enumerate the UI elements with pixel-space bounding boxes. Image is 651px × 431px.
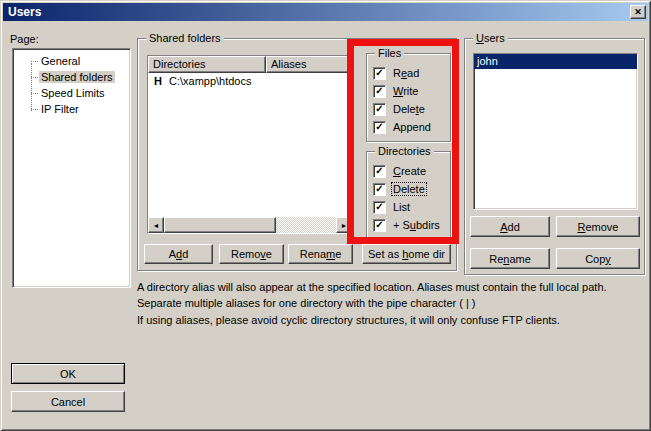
directory-list-body: H C:\xampp\htdocs [148, 73, 352, 217]
files-legend: Files [375, 47, 404, 60]
dirs-subdirs-row: ✓ + Subdirs [373, 216, 450, 234]
page-label: Page: [10, 33, 39, 45]
rename-directory-button[interactable]: Rename [288, 244, 353, 264]
files-append-row: ✓ Append [373, 118, 450, 136]
files-delete-row: ✓ Delete [373, 100, 450, 118]
files-write-row: ✓ Write [373, 82, 450, 100]
check-icon: ✓ [375, 68, 383, 78]
files-read-row: ✓ Read [373, 64, 450, 82]
remove-directory-button[interactable]: Remove [219, 244, 284, 264]
shared-folders-legend: Shared folders [146, 32, 224, 45]
cancel-button[interactable]: Cancel [11, 391, 125, 412]
checkbox-subdirs[interactable]: ✓ [373, 219, 386, 232]
scrollbar-track[interactable] [164, 217, 336, 233]
directories-permissions-group: Directories ✓ Create ✓ Delete ✓ List ✓ +… [366, 151, 451, 239]
checkbox-create[interactable]: ✓ [373, 165, 386, 178]
tree-item-shared-folders[interactable]: Shared folders [13, 69, 130, 85]
check-icon: ✓ [375, 122, 383, 132]
user-item-john[interactable]: john [474, 54, 637, 69]
checkbox-append[interactable]: ✓ [373, 121, 386, 134]
directory-path: C:\xampp\htdocs [169, 73, 252, 89]
tree-item-general[interactable]: General [13, 53, 130, 69]
users-rename-button[interactable]: Rename [470, 248, 550, 269]
check-icon: ✓ [375, 104, 383, 114]
scrollbar-thumb[interactable] [164, 217, 276, 233]
checkbox-list[interactable]: ✓ [373, 201, 386, 214]
users-remove-button[interactable]: Remove [556, 216, 640, 237]
checkbox-write[interactable]: ✓ [373, 85, 386, 98]
scroll-left-button[interactable]: ◄ [148, 217, 164, 233]
checkbox-write-label[interactable]: Write [392, 85, 419, 97]
column-header-directories[interactable]: Directories [148, 56, 266, 73]
h-scrollbar: ◄ ► [148, 217, 352, 233]
scroll-right-icon: ► [341, 222, 348, 229]
users-group: Users john Add Remove Rename Copy [464, 38, 645, 275]
directory-list-header: Directories Aliases [148, 56, 352, 73]
files-permissions-group: Files ✓ Read ✓ Write ✓ Delete ✓ Append [366, 53, 451, 142]
home-marker: H [154, 73, 162, 89]
check-icon: ✓ [375, 166, 383, 176]
add-directory-button[interactable]: Add [144, 244, 213, 264]
directories-legend: Directories [375, 145, 434, 158]
help-text-cyclic: If using aliases, please avoid cyclic di… [137, 312, 642, 328]
help-text-aliases: A directory alias will also appear at th… [137, 279, 642, 311]
dirs-create-row: ✓ Create [373, 162, 450, 180]
checkbox-list-label[interactable]: List [392, 201, 411, 213]
check-icon: ✓ [375, 184, 383, 194]
checkbox-create-label[interactable]: Create [392, 165, 427, 177]
users-dialog: Users ✕ Page: General Shared folders Spe… [0, 0, 651, 431]
checkbox-delete-dir[interactable]: ✓ [373, 183, 386, 196]
users-copy-button[interactable]: Copy [556, 248, 640, 269]
tree-item-ip-filter[interactable]: IP Filter [13, 101, 130, 117]
users-add-button[interactable]: Add [470, 216, 550, 237]
shared-folders-group: Shared folders Directories Aliases H C:\… [137, 38, 457, 271]
users-list: john [473, 53, 638, 210]
tree-item-speed-limits[interactable]: Speed Limits [13, 85, 130, 101]
checkbox-subdirs-label[interactable]: + Subdirs [392, 219, 441, 231]
directory-list: Directories Aliases H C:\xampp\htdocs ◄ … [147, 55, 353, 234]
scroll-right-button[interactable]: ► [336, 217, 352, 233]
checkbox-append-label[interactable]: Append [392, 121, 432, 133]
directory-row[interactable]: H C:\xampp\htdocs [148, 73, 352, 89]
window-titlebar: Users ✕ [3, 3, 648, 21]
checkbox-delete-dir-label[interactable]: Delete [392, 183, 426, 195]
check-icon: ✓ [375, 86, 383, 96]
checkbox-read[interactable]: ✓ [373, 67, 386, 80]
close-button[interactable]: ✕ [630, 5, 646, 19]
check-icon: ✓ [375, 202, 383, 212]
window-title: Users [8, 5, 41, 19]
users-legend: Users [473, 32, 508, 45]
set-home-dir-button[interactable]: Set as home dir [362, 244, 451, 264]
check-icon: ✓ [375, 220, 383, 230]
column-header-aliases[interactable]: Aliases [266, 56, 352, 73]
page-tree: General Shared folders Speed Limits IP F… [12, 48, 131, 288]
checkbox-read-label[interactable]: Read [392, 67, 420, 79]
close-icon: ✕ [634, 8, 642, 17]
checkbox-delete-file-label[interactable]: Delete [392, 103, 426, 115]
ok-button[interactable]: OK [11, 363, 125, 384]
checkbox-delete-file[interactable]: ✓ [373, 103, 386, 116]
dirs-list-row: ✓ List [373, 198, 450, 216]
dirs-delete-row: ✓ Delete [373, 180, 450, 198]
scroll-left-icon: ◄ [153, 222, 160, 229]
